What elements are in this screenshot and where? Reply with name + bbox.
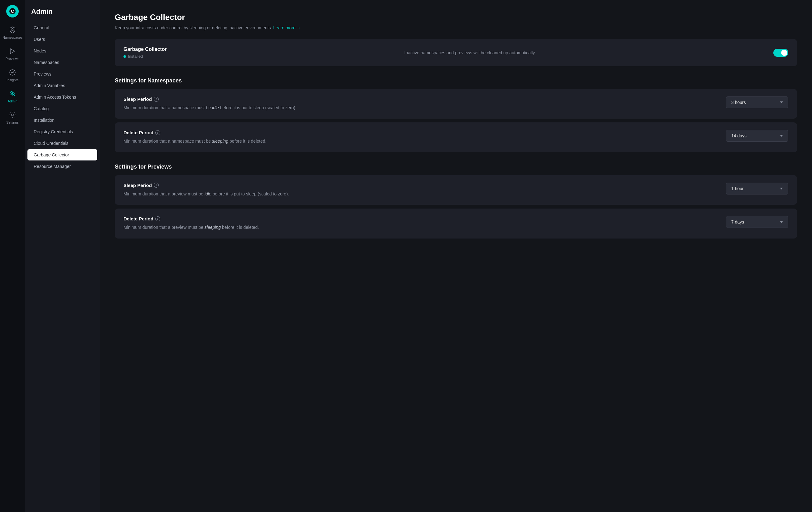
preview-sleep-period-label: Sleep Period i [123,183,719,188]
settings-icon [8,110,17,119]
namespace-sleep-period-desc: Minimum duration that a namespace must b… [123,104,719,111]
svg-point-7 [11,114,13,116]
page-subtitle: Keep your infra costs under control by s… [115,25,797,30]
namespace-delete-period-chevron [780,135,783,137]
preview-sleep-period-value: 1 hour [731,186,744,191]
preview-sleep-period-card: Sleep Period i Minimum duration that a p… [115,175,797,205]
namespace-sleep-period-select-wrapper: 3 hours [726,97,788,108]
preview-delete-period-select[interactable]: 7 days [726,216,788,228]
namespace-delete-period-left: Delete Period i Minimum duration that a … [123,130,719,144]
learn-more-link[interactable]: Learn more → [273,25,301,30]
sidebar-item-admin[interactable]: Admin [1,86,24,106]
sidebar-item-installation[interactable]: Installation [27,114,97,126]
preview-delete-period-label: Delete Period i [123,216,719,221]
sidebar-item-admin-access-tokens[interactable]: Admin Access Tokens [27,91,97,103]
namespace-delete-period-desc: Minimum duration that a namespace must b… [123,138,719,144]
gc-toggle[interactable] [773,49,788,57]
sidebar-item-registry-credentials[interactable]: Registry Credentials [27,126,97,137]
namespace-delete-period-card: Delete Period i Minimum duration that a … [115,123,797,152]
nav-sidebar-title: Admin [25,7,100,22]
namespace-sleep-period-select[interactable]: 3 hours [726,97,788,108]
preview-delete-period-card: Delete Period i Minimum duration that a … [115,209,797,238]
sidebar-item-general[interactable]: General [27,22,97,33]
card-left: Garbage Collector Installed [123,47,167,59]
namespaces-label: Namespaces [2,35,23,39]
page-title: Garbage Collector [115,12,797,22]
preview-delete-period-left: Delete Period i Minimum duration that a … [123,216,719,231]
insights-label: Insights [6,78,19,82]
namespace-sleep-period-label: Sleep Period i [123,97,719,102]
namespace-delete-period-select-wrapper: 14 days [726,130,788,142]
sidebar-item-users[interactable]: Users [27,34,97,45]
svg-point-2 [12,29,13,30]
svg-point-5 [10,91,12,93]
preview-delete-period-desc: Minimum duration that a preview must be … [123,224,719,231]
delete-period-pv-info-icon[interactable]: i [155,216,160,221]
sidebar-item-catalog[interactable]: Catalog [27,103,97,114]
main-content: Garbage Collector Keep your infra costs … [100,0,812,512]
installed-badge: Installed [123,54,167,59]
sidebar-item-insights[interactable]: Insights [1,65,24,85]
preview-sleep-period-left: Sleep Period i Minimum duration that a p… [123,183,719,197]
installed-dot [123,55,126,58]
icon-sidebar: C Namespaces Previews Insights [0,0,25,512]
preview-delete-period-value: 7 days [731,219,744,224]
namespace-delete-period-select[interactable]: 14 days [726,130,788,142]
sidebar-item-admin-variables[interactable]: Admin Variables [27,80,97,91]
namespace-delete-period-value: 14 days [731,133,747,138]
admin-label: Admin [7,99,17,103]
svg-point-6 [12,93,14,95]
delete-period-ns-info-icon[interactable]: i [155,130,160,135]
preview-sleep-period-select[interactable]: 1 hour [726,183,788,194]
preview-delete-period-chevron [780,221,783,223]
namespace-sleep-period-card: Sleep Period i Minimum duration that a n… [115,89,797,119]
previews-label: Previews [6,57,20,60]
sleep-period-pv-info-icon[interactable]: i [154,183,159,188]
sidebar-item-previews[interactable]: Previews [1,44,24,64]
insights-icon [8,68,17,77]
sidebar-item-garbage-collector[interactable]: Garbage Collector [27,149,97,160]
preview-sleep-period-chevron [780,188,783,189]
sidebar-item-namespaces[interactable]: Namespaces [1,23,24,43]
namespaces-section-heading: Settings for Namespaces [115,77,797,84]
preview-sleep-period-desc: Minimum duration that a preview must be … [123,190,719,197]
namespace-sleep-period-chevron [780,102,783,103]
sidebar-item-nodes[interactable]: Nodes [27,45,97,56]
garbage-collector-card: Garbage Collector Installed Inactive nam… [115,39,797,66]
previews-section-heading: Settings for Previews [115,164,797,170]
app-logo[interactable]: C [6,5,19,18]
sidebar-item-namespaces[interactable]: Namespaces [27,57,97,68]
gc-card-description: Inactive namespaces and previews will be… [404,50,536,55]
preview-sleep-period-select-wrapper: 1 hour [726,183,788,194]
namespace-sleep-period-value: 3 hours [731,100,746,105]
preview-delete-period-select-wrapper: 7 days [726,216,788,228]
settings-label: Settings [6,120,19,124]
sidebar-item-resource-manager[interactable]: Resource Manager [27,161,97,172]
svg-text:C: C [11,9,14,14]
nav-sidebar: Admin General Users Nodes Namespaces Pre… [25,0,100,512]
previews-icon [8,47,17,56]
sidebar-item-cloud-credentials[interactable]: Cloud Credentials [27,138,97,149]
admin-icon [8,89,17,98]
svg-marker-3 [10,49,14,54]
gc-card-title: Garbage Collector [123,47,167,52]
namespace-delete-period-label: Delete Period i [123,130,719,135]
sleep-period-ns-info-icon[interactable]: i [154,97,159,102]
toggle-knob [781,50,787,56]
sidebar-item-settings[interactable]: Settings [1,107,24,127]
namespaces-icon [8,26,17,34]
sidebar-item-previews[interactable]: Previews [27,69,97,80]
namespace-sleep-period-left: Sleep Period i Minimum duration that a n… [123,97,719,111]
